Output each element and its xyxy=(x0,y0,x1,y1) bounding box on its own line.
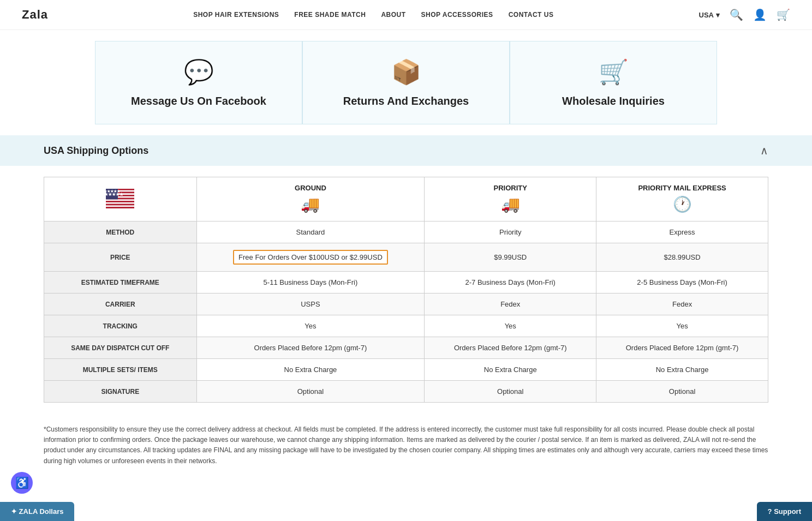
col-flag: ★★★★★★ ★★★★★ xyxy=(44,177,197,221)
cart-icon[interactable]: 🛒 xyxy=(777,8,790,21)
shipping-title: USA Shipping Options xyxy=(44,145,148,157)
cell-timeframe-ground: 5-11 Business Days (Mon-Fri) xyxy=(196,272,425,294)
svg-rect-11 xyxy=(106,203,134,205)
table-row: METHOD Standard Priority Express xyxy=(44,221,768,243)
row-header-method: METHOD xyxy=(44,221,197,243)
navigation: Zala SHOP HAIR EXTENSIONS FREE SHADE MAT… xyxy=(0,0,812,30)
cell-sameday-priority: Orders Placed Before 12pm (gmt-7) xyxy=(425,337,596,359)
cell-tracking-express: Yes xyxy=(596,315,768,337)
svg-rect-12 xyxy=(106,205,134,207)
country-selector[interactable]: USA ▾ xyxy=(699,11,720,19)
svg-rect-10 xyxy=(106,202,134,203)
table-row: MULTIPLE SETS/ ITEMS No Extra Charge No … xyxy=(44,359,768,381)
us-flag-icon: ★★★★★★ ★★★★★ xyxy=(106,189,134,208)
cell-method-express: Express xyxy=(596,221,768,243)
cell-multisets-priority: No Extra Charge xyxy=(425,359,596,381)
priority-label: PRIORITY xyxy=(494,184,527,192)
contact-cards-section: 💬 Message Us On Facebook 📦 Returns And E… xyxy=(0,30,812,124)
nav-right: USA ▾ 🔍 👤 🛒 xyxy=(699,8,790,21)
chevron-up-icon: ∧ xyxy=(760,144,768,157)
nav-shop-hair[interactable]: SHOP HAIR EXTENSIONS xyxy=(193,11,279,19)
cell-carrier-ground: USPS xyxy=(196,294,425,315)
cell-tracking-ground: Yes xyxy=(196,315,425,337)
cell-signature-express: Optional xyxy=(596,381,768,403)
table-row: PRICE Free For Orders Over $100USD or $2… xyxy=(44,243,768,272)
disclaimer-text: *Customers responsibility to ensure they… xyxy=(0,414,812,477)
contact-label-facebook: Message Us On Facebook xyxy=(131,95,266,107)
table-row: TRACKING Yes Yes Yes xyxy=(44,315,768,337)
shipping-table: ★★★★★★ ★★★★★ GROUND 🚚 PRIORITY 🚚 PRIORIT… xyxy=(44,177,768,403)
cell-signature-ground: Optional xyxy=(196,381,425,403)
table-row: ESTIMATED TIMEFRAME 5-11 Business Days (… xyxy=(44,272,768,294)
price-highlight-box: Free For Orders Over $100USD or $2.99USD xyxy=(233,250,388,265)
cell-price-express: $28.99USD xyxy=(596,243,768,272)
account-icon[interactable]: 👤 xyxy=(753,8,767,21)
svg-text:★★★★★: ★★★★★ xyxy=(106,189,121,193)
search-icon[interactable]: 🔍 xyxy=(730,8,743,21)
cell-price-ground: Free For Orders Over $100USD or $2.99USD xyxy=(196,243,425,272)
cell-tracking-priority: Yes xyxy=(425,315,596,337)
table-row: SAME DAY DISPATCH CUT OFF Orders Placed … xyxy=(44,337,768,359)
row-header-sameday: SAME DAY DISPATCH CUT OFF xyxy=(44,337,197,359)
cell-method-ground: Standard xyxy=(196,221,425,243)
nav-about[interactable]: ABOUT xyxy=(381,11,405,19)
cell-price-priority: $9.99USD xyxy=(425,243,596,272)
shipping-table-wrapper: ★★★★★★ ★★★★★ GROUND 🚚 PRIORITY 🚚 PRIORIT… xyxy=(0,166,812,414)
truck-icon-ground: 🚚 xyxy=(205,195,417,213)
facebook-icon: 💬 xyxy=(184,58,214,86)
table-row: SIGNATURE Optional Optional Optional xyxy=(44,381,768,403)
logo[interactable]: Zala xyxy=(22,8,48,22)
cell-carrier-priority: Fedex xyxy=(425,294,596,315)
row-header-carrier: CARRIER xyxy=(44,294,197,315)
cell-timeframe-express: 2-5 Business Days (Mon-Fri) xyxy=(596,272,768,294)
nav-accessories[interactable]: SHOP ACCESSORIES xyxy=(421,11,493,19)
nav-shade-match[interactable]: FREE SHADE MATCH xyxy=(294,11,366,19)
table-row: CARRIER USPS Fedex Fedex xyxy=(44,294,768,315)
shipping-section-header[interactable]: USA Shipping Options ∧ xyxy=(0,135,812,166)
ground-label: GROUND xyxy=(295,184,326,192)
svg-rect-13 xyxy=(106,207,134,208)
svg-rect-8 xyxy=(106,199,134,201)
chevron-down-icon: ▾ xyxy=(716,11,720,19)
contact-label-wholesale: Wholesale Inquiries xyxy=(562,95,665,107)
clock-icon: 🕐 xyxy=(604,195,760,213)
row-header-timeframe: ESTIMATED TIMEFRAME xyxy=(44,272,197,294)
table-header-row: ★★★★★★ ★★★★★ GROUND 🚚 PRIORITY 🚚 PRIORIT… xyxy=(44,177,768,221)
cell-method-priority: Priority xyxy=(425,221,596,243)
svg-rect-9 xyxy=(106,201,134,202)
cell-multisets-express: No Extra Charge xyxy=(596,359,768,381)
wholesale-icon: 🛒 xyxy=(599,58,629,86)
cell-sameday-ground: Orders Placed Before 12pm (gmt-7) xyxy=(196,337,425,359)
cell-timeframe-priority: 2-7 Business Days (Mon-Fri) xyxy=(425,272,596,294)
nav-contact[interactable]: CONTACT US xyxy=(509,11,554,19)
cell-signature-priority: Optional xyxy=(425,381,596,403)
nav-links: SHOP HAIR EXTENSIONS FREE SHADE MATCH AB… xyxy=(193,11,553,19)
contact-label-returns: Returns And Exchanges xyxy=(343,95,469,107)
contact-card-wholesale[interactable]: 🛒 Wholesale Inquiries xyxy=(510,41,717,124)
cell-multisets-ground: No Extra Charge xyxy=(196,359,425,381)
col-priority: PRIORITY 🚚 xyxy=(425,177,596,221)
col-ground: GROUND 🚚 xyxy=(196,177,425,221)
cell-sameday-express: Orders Placed Before 12pm (gmt-7) xyxy=(596,337,768,359)
contact-card-returns[interactable]: 📦 Returns And Exchanges xyxy=(302,41,510,124)
returns-icon: 📦 xyxy=(391,58,421,86)
contact-card-facebook[interactable]: 💬 Message Us On Facebook xyxy=(95,41,302,124)
row-header-tracking: TRACKING xyxy=(44,315,197,337)
express-label: PRIORITY MAIL EXPRESS xyxy=(638,184,726,192)
row-header-signature: SIGNATURE xyxy=(44,381,197,403)
cell-carrier-express: Fedex xyxy=(596,294,768,315)
truck-icon-priority: 🚚 xyxy=(432,195,588,213)
row-header-multisets: MULTIPLE SETS/ ITEMS xyxy=(44,359,197,381)
row-header-price: PRICE xyxy=(44,243,197,272)
col-express: PRIORITY MAIL EXPRESS 🕐 xyxy=(596,177,768,221)
